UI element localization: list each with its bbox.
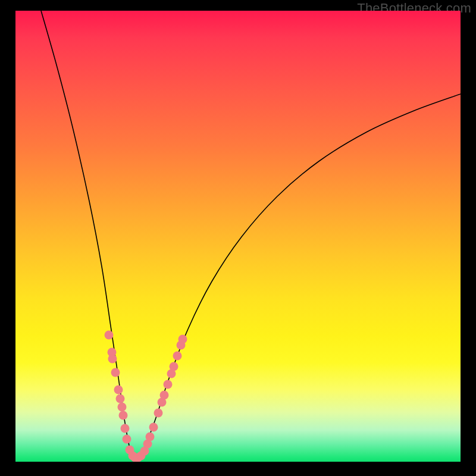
curve-series	[41, 11, 461, 458]
marker-dot	[111, 368, 120, 377]
marker-dot	[173, 352, 182, 361]
marker-dot	[160, 391, 169, 400]
marker-dot	[116, 394, 125, 403]
plot-area	[15, 11, 461, 462]
marker-dot	[178, 335, 187, 344]
marker-dot	[164, 380, 173, 389]
marker-dots	[105, 331, 187, 462]
marker-dot	[149, 423, 158, 432]
marker-dot	[114, 386, 123, 394]
marker-dot	[170, 362, 178, 371]
marker-dot	[119, 411, 128, 420]
curve-path	[41, 11, 461, 458]
marker-dot	[108, 355, 117, 364]
chart-frame: TheBottleneck.com	[0, 0, 476, 476]
marker-dot	[118, 403, 127, 412]
marker-dot	[121, 424, 130, 433]
marker-dot	[146, 433, 155, 441]
marker-dot	[123, 435, 131, 444]
marker-dot	[105, 331, 114, 340]
bottleneck-curve-svg	[15, 11, 461, 462]
marker-dot	[154, 409, 163, 418]
